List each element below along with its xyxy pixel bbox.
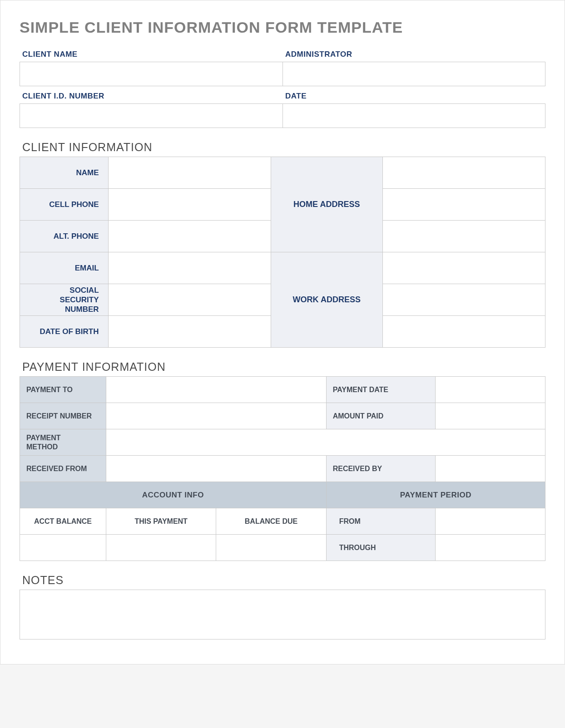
ci-email-value-cell	[108, 252, 271, 284]
header-block: CLIENT NAME ADMINISTRATOR CLIENT I.D. NU…	[20, 50, 545, 128]
receipt-number-label: RECEIPT NUMBER	[20, 403, 106, 429]
ci-work-address-2-input[interactable]	[392, 284, 536, 315]
acct-balance-value-cell	[20, 535, 106, 561]
through-input[interactable]	[442, 535, 539, 561]
amount-paid-label: AMOUNT PAID	[326, 403, 435, 429]
header-row-1: CLIENT NAME ADMINISTRATOR	[20, 50, 545, 86]
payment-section-title: PAYMENT INFORMATION	[20, 360, 545, 374]
ci-cell-phone-value-cell	[108, 189, 271, 221]
pi-row-received: RECEIVED FROM RECEIVED BY	[20, 456, 545, 482]
ci-row-email: EMAIL WORK ADDRESS	[20, 252, 545, 284]
payment-date-value-cell	[435, 377, 545, 403]
payment-to-input[interactable]	[113, 377, 320, 403]
pi-row-method: PAYMENTMETHOD	[20, 429, 545, 456]
header-row-2: CLIENT I.D. NUMBER DATE	[20, 92, 545, 128]
pi-row-subheads: ACCT BALANCE THIS PAYMENT BALANCE DUE FR…	[20, 508, 545, 535]
ci-cell-phone-label: CELL PHONE	[20, 189, 109, 221]
receipt-number-input[interactable]	[113, 403, 320, 429]
ci-name-label: NAME	[20, 157, 109, 189]
ci-alt-phone-input[interactable]	[118, 221, 262, 252]
administrator-cell: ADMINISTRATOR	[282, 50, 545, 86]
received-from-input[interactable]	[113, 456, 320, 482]
this-payment-label: THIS PAYMENT	[106, 508, 216, 535]
ci-cell-phone-input[interactable]	[118, 189, 262, 220]
page: SIMPLE CLIENT INFORMATION FORM TEMPLATE …	[0, 0, 565, 664]
ci-email-input[interactable]	[118, 252, 262, 284]
client-info-table: NAME HOME ADDRESS CELL PHONE ALT. PHONE …	[20, 157, 545, 348]
ci-work-address-3-cell	[382, 316, 545, 348]
account-info-header: ACCOUNT INFO	[20, 482, 327, 508]
client-id-cell: CLIENT I.D. NUMBER	[20, 92, 282, 128]
administrator-input[interactable]	[282, 62, 545, 86]
administrator-label: ADMINISTRATOR	[282, 50, 545, 62]
ci-home-address-1-input[interactable]	[392, 157, 536, 188]
ci-row-name: NAME HOME ADDRESS	[20, 157, 545, 189]
ci-alt-phone-value-cell	[108, 221, 271, 252]
ci-home-address-label: HOME ADDRESS	[271, 157, 382, 252]
ci-home-address-2-input[interactable]	[392, 189, 536, 220]
this-payment-input[interactable]	[113, 535, 209, 561]
ci-email-label: EMAIL	[20, 252, 109, 284]
pi-row-payment-to: PAYMENT TO PAYMENT DATE	[20, 377, 545, 403]
ci-work-address-label: WORK ADDRESS	[271, 252, 382, 348]
client-name-cell: CLIENT NAME	[20, 50, 282, 86]
ci-ssn-label: SOCIALSECURITYNUMBER	[20, 284, 109, 316]
date-input[interactable]	[282, 103, 545, 128]
ci-dob-label: DATE OF BIRTH	[20, 316, 109, 348]
payment-method-label: PAYMENTMETHOD	[20, 429, 106, 456]
ci-home-address-2-cell	[382, 189, 545, 221]
this-payment-value-cell	[106, 535, 216, 561]
payment-info-table: PAYMENT TO PAYMENT DATE RECEIPT NUMBER A…	[20, 376, 545, 561]
ci-ssn-label-3: NUMBER	[65, 305, 99, 314]
received-by-value-cell	[435, 456, 545, 482]
ci-ssn-value-cell	[108, 284, 271, 316]
amount-paid-value-cell	[435, 403, 545, 429]
date-label: DATE	[282, 92, 545, 103]
notes-textarea[interactable]	[20, 590, 545, 639]
received-from-value-cell	[106, 456, 327, 482]
through-value-cell	[435, 535, 545, 561]
from-input[interactable]	[442, 508, 539, 534]
ci-work-address-1-input[interactable]	[392, 252, 536, 284]
ci-name-input[interactable]	[118, 157, 262, 188]
client-id-input[interactable]	[20, 103, 282, 128]
ci-ssn-label-2: SECURITY	[60, 295, 99, 304]
ci-home-address-3-cell	[382, 221, 545, 252]
balance-due-input[interactable]	[223, 535, 319, 561]
payment-method-label-1: PAYMENT	[26, 434, 61, 442]
ci-ssn-input[interactable]	[118, 284, 262, 315]
payment-period-header: PAYMENT PERIOD	[326, 482, 545, 508]
received-by-input[interactable]	[442, 456, 539, 482]
ci-home-address-1-cell	[382, 157, 545, 189]
pi-row-receipt: RECEIPT NUMBER AMOUNT PAID	[20, 403, 545, 429]
balance-due-label: BALANCE DUE	[216, 508, 326, 535]
ci-home-address-3-input[interactable]	[392, 221, 536, 252]
pi-row-section-heads: ACCOUNT INFO PAYMENT PERIOD	[20, 482, 545, 508]
client-id-label: CLIENT I.D. NUMBER	[20, 92, 282, 103]
balance-due-value-cell	[216, 535, 326, 561]
from-value-cell	[435, 508, 545, 535]
date-cell: DATE	[282, 92, 545, 128]
payment-date-label: PAYMENT DATE	[326, 377, 435, 403]
received-from-label: RECEIVED FROM	[20, 456, 106, 482]
client-name-label: CLIENT NAME	[20, 50, 282, 62]
payment-method-label-2: METHOD	[26, 443, 58, 451]
received-by-label: RECEIVED BY	[326, 456, 435, 482]
acct-balance-input[interactable]	[26, 535, 99, 561]
payment-date-input[interactable]	[442, 377, 539, 403]
through-label: THROUGH	[326, 535, 435, 561]
payment-to-value-cell	[106, 377, 327, 403]
client-name-input[interactable]	[20, 62, 282, 86]
ci-work-address-3-input[interactable]	[392, 316, 536, 347]
notes-section-title: NOTES	[20, 574, 545, 587]
payment-to-label: PAYMENT TO	[20, 377, 106, 403]
amount-paid-input[interactable]	[442, 403, 539, 429]
acct-balance-label: ACCT BALANCE	[20, 508, 106, 535]
pi-row-values: THROUGH	[20, 535, 545, 561]
ci-dob-input[interactable]	[118, 316, 262, 347]
ci-ssn-label-1: SOCIAL	[69, 286, 99, 295]
ci-dob-value-cell	[108, 316, 271, 348]
ci-name-value-cell	[108, 157, 271, 189]
payment-method-input[interactable]	[113, 429, 539, 455]
from-label: FROM	[326, 508, 435, 535]
